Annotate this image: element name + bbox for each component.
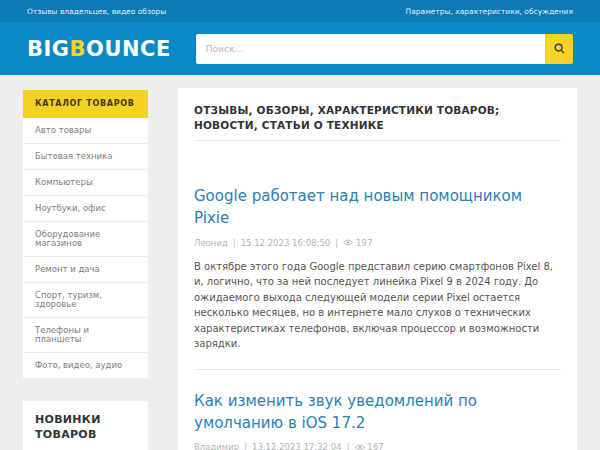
- meta-separator: |: [244, 442, 247, 450]
- main-content: ОТЗЫВЫ, ОБЗОРЫ, ХАРАКТЕРИСТИКИ ТОВАРОВ; …: [178, 88, 577, 450]
- article-title-link[interactable]: Как изменить звук уведомлений по умолчан…: [194, 391, 561, 435]
- topbar-link-reviews[interactable]: Отзывы владельцев, видео обзоры: [27, 7, 166, 16]
- sidebar: КАТАЛОГ ТОВАРОВ Авто товары Бытовая техн…: [23, 90, 148, 450]
- sidebar-item-store-equipment[interactable]: Оборудование магазинов: [23, 221, 148, 256]
- article-date: 13.12.2023 17:32:04: [252, 442, 342, 450]
- article-ios: Как изменить звук уведомлений по умолчан…: [194, 391, 561, 450]
- page-title: ОТЗЫВЫ, ОБЗОРЫ, ХАРАКТЕРИСТИКИ ТОВАРОВ; …: [194, 103, 561, 132]
- article-meta: Леонид | 15.12.2023 16:08:50 | 197: [194, 238, 561, 248]
- search-form: [196, 34, 573, 64]
- views-counter: 197: [343, 238, 372, 248]
- views-count: 197: [356, 238, 372, 248]
- views-count: 167: [368, 442, 384, 450]
- meta-separator: |: [347, 442, 350, 450]
- divider: [194, 369, 561, 370]
- logo-part2: OUNCE: [86, 37, 171, 61]
- site-header: BIGBOUNCE: [0, 22, 600, 75]
- catalog-menu: Авто товары Бытовая техника Компьютеры Н…: [23, 118, 148, 378]
- logo-accent: B: [70, 37, 87, 61]
- sidebar-item-sport[interactable]: Спорт, туризм, здоровье: [23, 282, 148, 317]
- sidebar-item-laptops[interactable]: Ноутбуки, офис: [23, 195, 148, 221]
- article-author: Леонид: [194, 238, 228, 248]
- divider: [194, 140, 561, 141]
- search-icon: [554, 43, 565, 54]
- article-excerpt: В октябре этого года Google представил с…: [194, 259, 561, 352]
- catalog-header[interactable]: КАТАЛОГ ТОВАРОВ: [23, 90, 148, 118]
- sidebar-item-photo[interactable]: Фото, видео, аудио: [23, 352, 148, 378]
- logo-part1: BIG: [27, 37, 70, 61]
- eye-icon: [343, 239, 353, 246]
- sidebar-item-appliances[interactable]: Бытовая техника: [23, 143, 148, 169]
- eye-icon: [355, 444, 365, 450]
- meta-separator: |: [335, 238, 338, 248]
- article-meta: Владимир | 13.12.2023 17:32:04 | 167: [194, 442, 561, 450]
- new-products-widget: НОВИНКИ ТОВАРОВ Ванна Roca Ming: [23, 401, 148, 450]
- sidebar-item-auto[interactable]: Авто товары: [23, 118, 148, 143]
- new-products-title: НОВИНКИ ТОВАРОВ: [35, 413, 136, 443]
- top-bar: Отзывы владельцев, видео обзоры Параметр…: [0, 0, 600, 22]
- article-pixie: Google работает над новым помощником Pix…: [194, 186, 561, 352]
- sidebar-item-computers[interactable]: Компьютеры: [23, 169, 148, 195]
- site-logo[interactable]: BIGBOUNCE: [27, 37, 171, 61]
- topbar-link-specs[interactable]: Параметры, характеристики, обсуждения: [406, 7, 573, 16]
- search-input[interactable]: [196, 34, 545, 64]
- meta-separator: |: [233, 238, 236, 248]
- article-author: Владимир: [194, 442, 239, 450]
- views-counter: 167: [355, 442, 384, 450]
- search-button[interactable]: [545, 34, 573, 64]
- sidebar-item-phones[interactable]: Телефоны и планшеты: [23, 317, 148, 352]
- article-date: 15.12.2023 16:08:50: [241, 238, 331, 248]
- sidebar-item-repair[interactable]: Ремонт и дача: [23, 256, 148, 282]
- article-title-link[interactable]: Google работает над новым помощником Pix…: [194, 186, 561, 230]
